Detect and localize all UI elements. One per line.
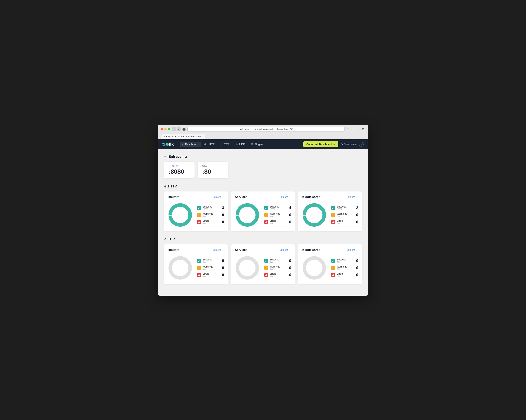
explore-link[interactable]: Explore → bbox=[347, 195, 358, 198]
explore-link[interactable]: Explore → bbox=[212, 248, 224, 251]
http-routers-card: Routers Explore → Success 100% 3 bbox=[164, 191, 228, 231]
minimize-button[interactable] bbox=[164, 128, 167, 130]
http-services-card: Services Explore → Success 100% 4 bbox=[231, 191, 295, 231]
success-badge bbox=[197, 259, 201, 263]
help-button[interactable]: ? bbox=[359, 142, 364, 147]
stat-row: Success 100% 4 bbox=[264, 205, 291, 210]
stats-list: Success 100% 3 ! Warnings 0% 0 bbox=[197, 205, 224, 225]
nav-plugins[interactable]: ⊞ Plugins bbox=[248, 142, 266, 147]
stat-name: Errors bbox=[270, 272, 286, 275]
udp-icon: ⊛ bbox=[236, 143, 238, 146]
stats-list: Success 0% 0 ! Warnings 0% 0 bbox=[264, 258, 291, 277]
dark-theme-button[interactable]: ◑ Dark theme bbox=[341, 143, 357, 146]
svg-text:!: ! bbox=[266, 214, 266, 216]
browser-window: ‹ › Not Secure — traefik.lucas.cloudns.p… bbox=[158, 125, 368, 296]
explore-link[interactable]: Explore → bbox=[347, 248, 358, 251]
stat-name: Warnings bbox=[270, 212, 286, 215]
entrypoints-title: Entrypoints bbox=[169, 155, 188, 159]
stat-info: Warnings 0% bbox=[337, 212, 353, 217]
stat-name: Success bbox=[337, 205, 353, 208]
explore-link[interactable]: Explore → bbox=[212, 195, 224, 198]
explore-link[interactable]: Explore → bbox=[280, 248, 291, 251]
address-bar[interactable]: Not Secure — traefik.lucas.cloudns.ph/da… bbox=[187, 127, 345, 131]
card-title: Middlewares bbox=[302, 195, 320, 199]
dashboard-icon: ⌂ bbox=[182, 143, 184, 146]
nav-dashboard-label: Dashboard bbox=[185, 143, 198, 146]
warning-badge: ! bbox=[331, 266, 335, 270]
nav-dashboard[interactable]: ⌂ Dashboard bbox=[180, 142, 201, 147]
app-container: træfik ⌂ Dashboard ⊕ HTTP ⊙ TCP ⊛ UDP bbox=[158, 139, 368, 296]
svg-text:!: ! bbox=[199, 222, 200, 223]
donut-chart bbox=[235, 255, 260, 280]
error-badge: ! bbox=[264, 220, 268, 224]
http-icon: ⊕ bbox=[204, 143, 207, 146]
svg-text:!: ! bbox=[199, 267, 200, 269]
stat-row: ! Errors 0% 0 bbox=[197, 272, 224, 277]
tab-manager-button[interactable]: ⊡ bbox=[361, 127, 365, 131]
explore-link[interactable]: Explore → bbox=[280, 195, 291, 198]
stat-count: 0 bbox=[354, 266, 358, 270]
http-cards-grid: Routers Explore → Success 100% 3 bbox=[164, 191, 362, 231]
nav-plugins-label: Plugins bbox=[254, 143, 263, 146]
entrypoint-web: WEB :80 bbox=[198, 162, 228, 178]
stat-name: Warnings bbox=[337, 265, 353, 268]
donut-chart bbox=[235, 203, 260, 227]
stat-name: Warnings bbox=[270, 265, 286, 268]
entrypoint-web-label: WEB bbox=[202, 165, 223, 167]
stat-count: 0 bbox=[220, 220, 224, 224]
nav-http[interactable]: ⊕ HTTP bbox=[202, 142, 217, 147]
nav-tcp[interactable]: ⊙ TCP bbox=[218, 142, 233, 147]
card-header: Services Explore → bbox=[235, 195, 291, 199]
stat-count: 0 bbox=[220, 266, 224, 270]
svg-text:!: ! bbox=[266, 274, 266, 276]
stat-pct: 0% bbox=[270, 222, 286, 225]
entrypoints-icon: → bbox=[164, 155, 167, 158]
browser-chrome: ‹ › Not Secure — traefik.lucas.cloudns.p… bbox=[158, 125, 368, 139]
stat-row: ! Warnings 0% 0 bbox=[264, 212, 291, 217]
back-button[interactable]: ‹ bbox=[172, 127, 176, 131]
stat-name: Errors bbox=[202, 219, 219, 222]
reload-button[interactable]: ↻ bbox=[347, 127, 350, 131]
hub-dashboard-button[interactable]: Go to Hub Dashboard → bbox=[303, 141, 338, 147]
stat-pct: 100% bbox=[202, 208, 219, 210]
share-button[interactable]: ↑ bbox=[352, 127, 355, 131]
entrypoints-section-header: → Entrypoints bbox=[164, 155, 362, 159]
stat-count: 0 bbox=[220, 259, 224, 263]
shield-icon bbox=[182, 128, 185, 131]
stat-name: Errors bbox=[270, 219, 286, 222]
browser-tab[interactable]: traefik.lucas.cloudns.ph/dashboard/#/ bbox=[161, 134, 205, 139]
close-button[interactable] bbox=[161, 128, 163, 130]
card-body: Success 0% 0 ! Warnings 0% 0 bbox=[302, 255, 358, 280]
tcp-services-card: Services Explore → Success 0% 0 bbox=[231, 244, 295, 284]
forward-button[interactable]: › bbox=[177, 127, 180, 131]
stat-count: 0 bbox=[287, 273, 291, 277]
stat-row: ! Warnings 0% 0 bbox=[197, 212, 224, 217]
error-badge: ! bbox=[331, 220, 335, 224]
logo-text: træfik bbox=[162, 142, 173, 147]
stat-row: ! Errors 0% 0 bbox=[331, 219, 358, 225]
stat-pct: 0% bbox=[337, 268, 353, 270]
card-body: Success 0% 0 ! Warnings 0% 0 bbox=[168, 255, 224, 280]
svg-text:!: ! bbox=[333, 274, 334, 276]
stat-row: ! Errors 0% 0 bbox=[264, 272, 291, 277]
app-logo: træfik bbox=[162, 142, 173, 147]
card-title: Services bbox=[235, 195, 247, 199]
stat-row: ! Errors 0% 0 bbox=[264, 219, 291, 225]
nav-udp[interactable]: ⊛ UDP bbox=[233, 142, 248, 147]
new-tab-button[interactable]: + bbox=[357, 127, 360, 131]
svg-text:!: ! bbox=[266, 267, 266, 269]
stat-pct: 0% bbox=[202, 222, 219, 225]
stat-info: Success 0% bbox=[337, 258, 353, 263]
entrypoints-grid: TRAEFIK :8080 WEB :80 bbox=[164, 162, 362, 178]
nav-links: ⌂ Dashboard ⊕ HTTP ⊙ TCP ⊛ UDP ⊞ Plugi bbox=[180, 142, 303, 147]
stat-info: Warnings 0% bbox=[270, 212, 286, 217]
svg-text:!: ! bbox=[266, 222, 266, 223]
stats-list: Success 0% 0 ! Warnings 0% 0 bbox=[331, 258, 358, 277]
maximize-button[interactable] bbox=[168, 128, 170, 130]
warning-badge: ! bbox=[264, 266, 268, 270]
http-section-title: HTTP bbox=[168, 184, 177, 188]
donut-chart bbox=[168, 203, 192, 227]
stats-list: Success 100% 4 ! Warnings 0% 0 bbox=[264, 205, 291, 225]
stat-pct: 0% bbox=[202, 261, 219, 263]
card-header: Middlewares Explore → bbox=[302, 248, 358, 252]
